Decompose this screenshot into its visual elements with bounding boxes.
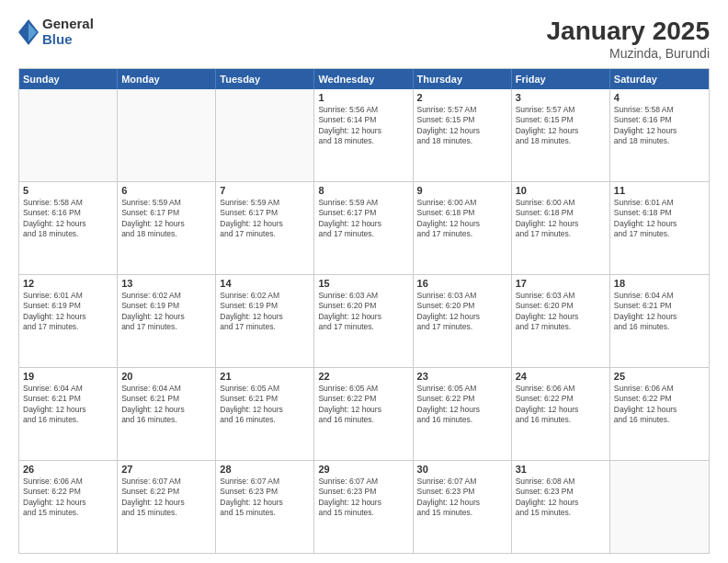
calendar-day-9: 9Sunrise: 6:00 AM Sunset: 6:18 PM Daylig… xyxy=(414,182,512,274)
calendar-row: 12Sunrise: 6:01 AM Sunset: 6:19 PM Dayli… xyxy=(19,274,709,367)
calendar-day-30: 30Sunrise: 6:07 AM Sunset: 6:23 PM Dayli… xyxy=(414,461,512,553)
day-number: 2 xyxy=(417,92,507,103)
day-number: 18 xyxy=(614,278,705,289)
day-info: Sunrise: 5:59 AM Sunset: 6:17 PM Dayligh… xyxy=(318,198,408,240)
day-info: Sunrise: 6:06 AM Sunset: 6:22 PM Dayligh… xyxy=(614,384,705,426)
day-number: 22 xyxy=(318,371,408,382)
day-info: Sunrise: 6:01 AM Sunset: 6:19 PM Dayligh… xyxy=(23,291,113,333)
calendar-day-28: 28Sunrise: 6:07 AM Sunset: 6:23 PM Dayli… xyxy=(216,461,314,553)
calendar-day-10: 10Sunrise: 6:00 AM Sunset: 6:18 PM Dayli… xyxy=(512,182,610,274)
day-number: 15 xyxy=(318,278,408,289)
logo: General Blue xyxy=(18,17,94,47)
day-info: Sunrise: 6:04 AM Sunset: 6:21 PM Dayligh… xyxy=(23,384,113,426)
day-number: 26 xyxy=(23,464,113,475)
header: General Blue January 2025 Muzinda, Burun… xyxy=(18,17,710,61)
calendar-row: 26Sunrise: 6:06 AM Sunset: 6:22 PM Dayli… xyxy=(19,460,709,553)
day-number: 13 xyxy=(121,278,211,289)
day-info: Sunrise: 5:57 AM Sunset: 6:15 PM Dayligh… xyxy=(417,105,507,147)
logo-general: General xyxy=(42,17,94,32)
calendar-day-15: 15Sunrise: 6:03 AM Sunset: 6:20 PM Dayli… xyxy=(314,275,413,367)
day-info: Sunrise: 5:56 AM Sunset: 6:14 PM Dayligh… xyxy=(318,105,408,147)
day-info: Sunrise: 6:03 AM Sunset: 6:20 PM Dayligh… xyxy=(516,291,606,333)
day-number: 31 xyxy=(516,464,606,475)
day-number: 24 xyxy=(516,371,606,382)
month-title: January 2025 xyxy=(547,17,710,46)
calendar-day-26: 26Sunrise: 6:06 AM Sunset: 6:22 PM Dayli… xyxy=(19,461,118,553)
page: General Blue January 2025 Muzinda, Burun… xyxy=(0,0,728,563)
calendar-day-2: 2Sunrise: 5:57 AM Sunset: 6:15 PM Daylig… xyxy=(414,89,512,181)
day-number: 23 xyxy=(417,371,507,382)
day-number: 12 xyxy=(23,278,113,289)
calendar-day-7: 7Sunrise: 5:59 AM Sunset: 6:17 PM Daylig… xyxy=(216,182,314,274)
day-info: Sunrise: 5:59 AM Sunset: 6:17 PM Dayligh… xyxy=(121,198,211,240)
calendar-day-4: 4Sunrise: 5:58 AM Sunset: 6:16 PM Daylig… xyxy=(610,89,709,181)
weekday-header: Sunday xyxy=(19,69,118,89)
day-info: Sunrise: 6:07 AM Sunset: 6:22 PM Dayligh… xyxy=(121,477,211,519)
day-info: Sunrise: 6:05 AM Sunset: 6:22 PM Dayligh… xyxy=(318,384,408,426)
calendar-day-17: 17Sunrise: 6:03 AM Sunset: 6:20 PM Dayli… xyxy=(512,275,610,367)
day-info: Sunrise: 5:58 AM Sunset: 6:16 PM Dayligh… xyxy=(23,198,113,240)
day-info: Sunrise: 6:07 AM Sunset: 6:23 PM Dayligh… xyxy=(417,477,507,519)
calendar-day-8: 8Sunrise: 5:59 AM Sunset: 6:17 PM Daylig… xyxy=(314,182,413,274)
weekday-header: Monday xyxy=(118,69,216,89)
weekday-header: Saturday xyxy=(610,69,709,89)
calendar-day-23: 23Sunrise: 6:05 AM Sunset: 6:22 PM Dayli… xyxy=(414,368,512,460)
calendar-day-13: 13Sunrise: 6:02 AM Sunset: 6:19 PM Dayli… xyxy=(118,275,216,367)
day-info: Sunrise: 6:00 AM Sunset: 6:18 PM Dayligh… xyxy=(417,198,507,240)
weekday-header: Wednesday xyxy=(314,69,413,89)
calendar-day-22: 22Sunrise: 6:05 AM Sunset: 6:22 PM Dayli… xyxy=(314,368,413,460)
day-info: Sunrise: 6:05 AM Sunset: 6:21 PM Dayligh… xyxy=(220,384,310,426)
calendar-day-12: 12Sunrise: 6:01 AM Sunset: 6:19 PM Dayli… xyxy=(19,275,118,367)
calendar-day-3: 3Sunrise: 5:57 AM Sunset: 6:15 PM Daylig… xyxy=(512,89,610,181)
day-number: 6 xyxy=(121,185,211,196)
day-number: 8 xyxy=(318,185,408,196)
calendar-row: 1Sunrise: 5:56 AM Sunset: 6:14 PM Daylig… xyxy=(19,89,709,181)
day-info: Sunrise: 6:02 AM Sunset: 6:19 PM Dayligh… xyxy=(220,291,310,333)
calendar-row: 19Sunrise: 6:04 AM Sunset: 6:21 PM Dayli… xyxy=(19,367,709,460)
calendar-day-11: 11Sunrise: 6:01 AM Sunset: 6:18 PM Dayli… xyxy=(610,182,709,274)
calendar-empty-cell xyxy=(19,89,118,181)
day-info: Sunrise: 6:01 AM Sunset: 6:18 PM Dayligh… xyxy=(614,198,705,240)
day-number: 21 xyxy=(220,371,310,382)
day-number: 1 xyxy=(318,92,408,103)
calendar: SundayMondayTuesdayWednesdayThursdayFrid… xyxy=(18,68,710,554)
calendar-day-16: 16Sunrise: 6:03 AM Sunset: 6:20 PM Dayli… xyxy=(414,275,512,367)
day-number: 4 xyxy=(614,92,705,103)
day-number: 28 xyxy=(220,464,310,475)
day-info: Sunrise: 5:57 AM Sunset: 6:15 PM Dayligh… xyxy=(516,105,606,147)
calendar-body: 1Sunrise: 5:56 AM Sunset: 6:14 PM Daylig… xyxy=(19,89,709,553)
logo-text: General Blue xyxy=(42,17,94,47)
day-info: Sunrise: 6:03 AM Sunset: 6:20 PM Dayligh… xyxy=(417,291,507,333)
day-info: Sunrise: 5:59 AM Sunset: 6:17 PM Dayligh… xyxy=(220,198,310,240)
day-number: 19 xyxy=(23,371,113,382)
calendar-day-21: 21Sunrise: 6:05 AM Sunset: 6:21 PM Dayli… xyxy=(216,368,314,460)
day-number: 11 xyxy=(614,185,705,196)
day-info: Sunrise: 6:05 AM Sunset: 6:22 PM Dayligh… xyxy=(417,384,507,426)
day-number: 5 xyxy=(23,185,113,196)
title-block: January 2025 Muzinda, Burundi xyxy=(547,17,710,61)
day-number: 20 xyxy=(121,371,211,382)
day-number: 16 xyxy=(417,278,507,289)
calendar-day-5: 5Sunrise: 5:58 AM Sunset: 6:16 PM Daylig… xyxy=(19,182,118,274)
day-number: 10 xyxy=(516,185,606,196)
day-number: 9 xyxy=(417,185,507,196)
calendar-day-18: 18Sunrise: 6:04 AM Sunset: 6:21 PM Dayli… xyxy=(610,275,709,367)
calendar-row: 5Sunrise: 5:58 AM Sunset: 6:16 PM Daylig… xyxy=(19,181,709,274)
day-info: Sunrise: 6:04 AM Sunset: 6:21 PM Dayligh… xyxy=(614,291,705,333)
calendar-header: SundayMondayTuesdayWednesdayThursdayFrid… xyxy=(19,69,709,89)
calendar-day-29: 29Sunrise: 6:07 AM Sunset: 6:23 PM Dayli… xyxy=(314,461,413,553)
day-info: Sunrise: 6:03 AM Sunset: 6:20 PM Dayligh… xyxy=(318,291,408,333)
calendar-day-31: 31Sunrise: 6:08 AM Sunset: 6:23 PM Dayli… xyxy=(512,461,610,553)
day-info: Sunrise: 6:07 AM Sunset: 6:23 PM Dayligh… xyxy=(220,477,310,519)
day-info: Sunrise: 6:07 AM Sunset: 6:23 PM Dayligh… xyxy=(318,477,408,519)
day-info: Sunrise: 6:08 AM Sunset: 6:23 PM Dayligh… xyxy=(516,477,606,519)
weekday-header: Tuesday xyxy=(216,69,314,89)
day-number: 27 xyxy=(121,464,211,475)
calendar-day-24: 24Sunrise: 6:06 AM Sunset: 6:22 PM Dayli… xyxy=(512,368,610,460)
day-number: 29 xyxy=(318,464,408,475)
day-number: 7 xyxy=(220,185,310,196)
logo-icon xyxy=(18,19,39,45)
weekday-header: Friday xyxy=(512,69,610,89)
calendar-empty-cell xyxy=(118,89,216,181)
day-number: 25 xyxy=(614,371,705,382)
